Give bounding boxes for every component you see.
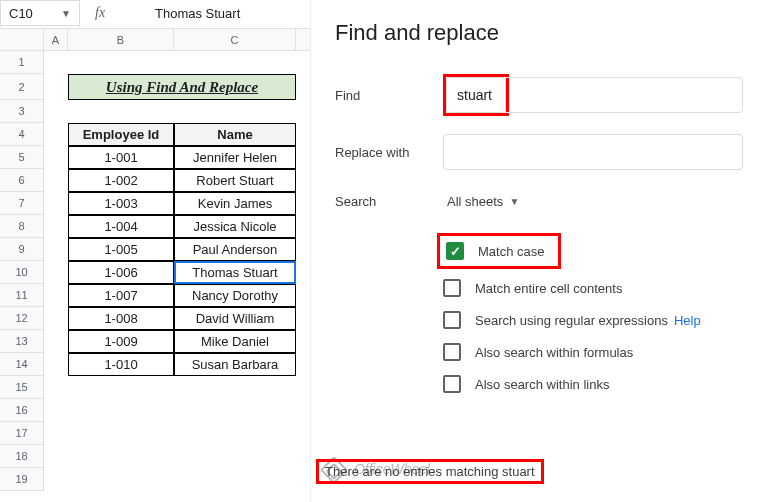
col-header-a[interactable]: A <box>44 29 68 50</box>
cell[interactable] <box>174 399 296 422</box>
cell[interactable] <box>68 100 174 123</box>
row-header[interactable]: 18 <box>0 445 44 468</box>
cell[interactable] <box>174 376 296 399</box>
cell-name[interactable]: Nancy Dorothy <box>174 284 296 307</box>
cell-id[interactable]: 1-007 <box>68 284 174 307</box>
name-box[interactable]: C10 ▼ <box>0 0 80 26</box>
cell[interactable] <box>44 261 68 284</box>
cell[interactable] <box>44 51 68 74</box>
row-header[interactable]: 3 <box>0 100 44 123</box>
replace-input[interactable] <box>443 134 743 170</box>
cell[interactable] <box>68 399 174 422</box>
cell[interactable] <box>68 422 174 445</box>
cell[interactable] <box>44 74 68 100</box>
cell[interactable] <box>174 100 296 123</box>
cell-name[interactable]: David William <box>174 307 296 330</box>
cell-name[interactable]: Kevin James <box>174 192 296 215</box>
cell[interactable] <box>44 169 68 192</box>
cell[interactable] <box>44 100 68 123</box>
row-header[interactable]: 5 <box>0 146 44 169</box>
row-header[interactable]: 13 <box>0 330 44 353</box>
help-link[interactable]: Help <box>674 313 701 328</box>
links-checkbox[interactable] <box>443 375 461 393</box>
row-header[interactable]: 12 <box>0 307 44 330</box>
cell[interactable] <box>68 445 174 468</box>
row-header[interactable]: 1 <box>0 51 44 74</box>
status-message: There are no entries matching stuart <box>316 459 544 484</box>
row-header[interactable]: 4 <box>0 123 44 146</box>
cell[interactable] <box>44 123 68 146</box>
cell[interactable] <box>68 468 174 491</box>
cell-name[interactable]: Robert Stuart <box>174 169 296 192</box>
find-input[interactable] <box>446 77 506 113</box>
formula-bar-value[interactable]: Thomas Stuart <box>155 0 240 26</box>
row-header[interactable]: 15 <box>0 376 44 399</box>
cell[interactable] <box>44 399 68 422</box>
cell[interactable] <box>44 422 68 445</box>
cell[interactable] <box>44 330 68 353</box>
cell[interactable] <box>174 51 296 74</box>
row-3: 3 <box>0 100 310 123</box>
cell[interactable] <box>44 468 68 491</box>
match-entire-checkbox[interactable] <box>443 279 461 297</box>
cell-name[interactable]: Mike Daniel <box>174 330 296 353</box>
cell-name[interactable]: Jessica Nicole <box>174 215 296 238</box>
cell[interactable] <box>44 376 68 399</box>
column-headers: A B C <box>0 29 310 51</box>
row-header[interactable]: 11 <box>0 284 44 307</box>
cell[interactable] <box>44 445 68 468</box>
cell-id[interactable]: 1-010 <box>68 353 174 376</box>
cell-id[interactable]: 1-005 <box>68 238 174 261</box>
cell[interactable] <box>68 376 174 399</box>
col-header-c[interactable]: C <box>174 29 296 50</box>
cell[interactable] <box>44 215 68 238</box>
cell[interactable] <box>44 238 68 261</box>
header-name[interactable]: Name <box>174 123 296 146</box>
match-case-checkbox[interactable]: ✓ <box>446 242 464 260</box>
row-header[interactable]: 8 <box>0 215 44 238</box>
header-id[interactable]: Employee Id <box>68 123 174 146</box>
row-header[interactable]: 7 <box>0 192 44 215</box>
row-header[interactable]: 14 <box>0 353 44 376</box>
cell-id[interactable]: 1-006 <box>68 261 174 284</box>
col-header-b[interactable]: B <box>68 29 174 50</box>
cell-id[interactable]: 1-009 <box>68 330 174 353</box>
row-header[interactable]: 9 <box>0 238 44 261</box>
cell[interactable] <box>174 468 296 491</box>
regex-checkbox[interactable] <box>443 311 461 329</box>
regex-label: Search using regular expressions <box>475 313 668 328</box>
row-header[interactable]: 2 <box>0 74 44 100</box>
cell[interactable] <box>44 353 68 376</box>
cell[interactable] <box>174 422 296 445</box>
row-9: 9 1-005 Paul Anderson <box>0 238 310 261</box>
row-header[interactable]: 19 <box>0 468 44 491</box>
cell-id[interactable]: 1-004 <box>68 215 174 238</box>
cell[interactable] <box>44 284 68 307</box>
row-header[interactable]: 10 <box>0 261 44 284</box>
row-header[interactable]: 17 <box>0 422 44 445</box>
cell-name[interactable]: Jennifer Helen <box>174 146 296 169</box>
search-row: Search All sheets ▼ <box>335 188 743 215</box>
cell-name-selected[interactable]: Thomas Stuart <box>174 261 296 284</box>
formulas-checkbox[interactable] <box>443 343 461 361</box>
row-header[interactable]: 6 <box>0 169 44 192</box>
search-scope-value: All sheets <box>447 194 503 209</box>
cell[interactable] <box>44 146 68 169</box>
cell-id[interactable]: 1-003 <box>68 192 174 215</box>
cell-id[interactable]: 1-002 <box>68 169 174 192</box>
row-16: 16 <box>0 399 310 422</box>
cell[interactable] <box>44 192 68 215</box>
search-scope-dropdown[interactable]: All sheets ▼ <box>443 188 523 215</box>
cell-name[interactable]: Paul Anderson <box>174 238 296 261</box>
cell[interactable] <box>174 445 296 468</box>
row-14: 14 1-010 Susan Barbara <box>0 353 310 376</box>
cell-id[interactable]: 1-001 <box>68 146 174 169</box>
find-input-ext[interactable] <box>505 77 743 113</box>
row-header[interactable]: 16 <box>0 399 44 422</box>
title-cell[interactable]: Using Find And Replace <box>68 74 296 100</box>
cell[interactable] <box>44 307 68 330</box>
cell-id[interactable]: 1-008 <box>68 307 174 330</box>
cell[interactable] <box>68 51 174 74</box>
select-all-corner[interactable] <box>0 29 44 50</box>
cell-name[interactable]: Susan Barbara <box>174 353 296 376</box>
